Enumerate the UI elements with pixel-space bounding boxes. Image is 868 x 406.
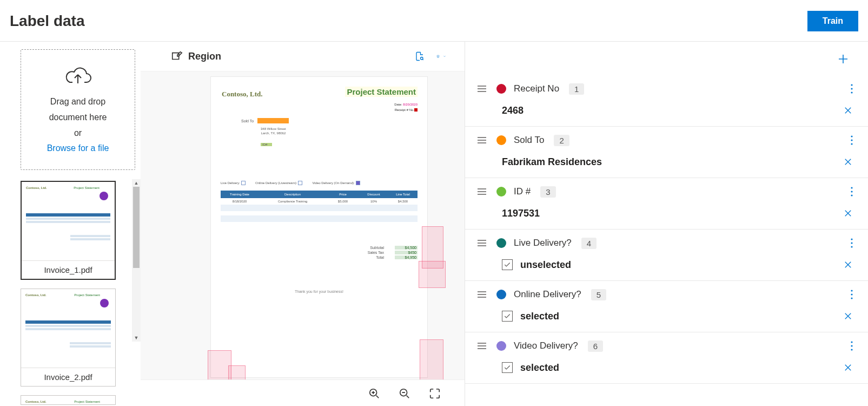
canvas-panel: Region Contoso, Ltd. Project Statement D… [141, 42, 465, 406]
drag-handle[interactable] [475, 83, 489, 95]
close-icon [843, 363, 853, 372]
label-color-dot [496, 290, 506, 299]
svg-point-20 [851, 349, 852, 350]
labels-panel: Receipt No 1 2468 Sold To 2 Fabrikam Res… [465, 42, 868, 406]
svg-point-15 [851, 290, 852, 291]
add-label-button[interactable] [834, 50, 852, 68]
thumb-scrollbar[interactable]: ▲ ▼ [132, 179, 141, 342]
label-value: selected [520, 311, 559, 322]
drag-icon [477, 342, 487, 350]
train-button[interactable]: Train [807, 11, 858, 31]
label-more-button[interactable] [849, 236, 855, 250]
drag-icon [477, 239, 487, 247]
region-box[interactable] [420, 339, 443, 383]
svg-point-13 [851, 242, 852, 244]
region-box[interactable] [419, 261, 446, 288]
svg-point-6 [851, 135, 852, 137]
close-icon [843, 208, 853, 218]
drag-icon [477, 291, 487, 298]
zoom-in-icon [368, 388, 380, 400]
checkbox-icon [502, 362, 513, 373]
label-color-dot [496, 187, 506, 197]
scroll-up-arrow[interactable]: ▲ [132, 179, 141, 187]
dropzone-text-2: document here [30, 110, 126, 126]
svg-point-16 [851, 293, 852, 295]
drag-icon [477, 188, 487, 195]
layers-button[interactable] [434, 49, 448, 63]
label-color-dot [496, 135, 506, 145]
label-item: Live Delivery? 4 unselected [465, 230, 868, 281]
scroll-thumb[interactable] [133, 187, 140, 268]
drag-handle[interactable] [475, 340, 489, 352]
label-color-dot [496, 238, 506, 248]
doc-address: 348 Willow StreetLarch, TX, 98062 [261, 127, 286, 136]
label-value: 1197531 [502, 208, 540, 219]
svg-point-18 [851, 341, 852, 343]
region-icon [171, 50, 183, 62]
label-name: Receipt No [514, 83, 559, 94]
zoom-out-icon [399, 388, 410, 400]
document-thumbnail[interactable]: Contoso, Ltd.Project Statement [21, 395, 116, 405]
svg-point-11 [851, 194, 852, 196]
close-icon [843, 260, 853, 270]
labels-header [465, 42, 868, 75]
close-icon [843, 106, 853, 115]
drag-handle[interactable] [475, 289, 489, 300]
drag-handle[interactable] [475, 134, 489, 146]
scroll-down-arrow[interactable]: ▼ [132, 334, 141, 342]
label-item: Online Delivery? 5 selected [465, 281, 868, 332]
zoom-bar [141, 379, 465, 406]
doc-soldto-label: Sold To [241, 119, 254, 123]
doc-table-row: 8/18/2020Compliance Training$5,00010%$4,… [221, 198, 418, 205]
svg-point-5 [851, 91, 852, 93]
document-thumbnail[interactable]: Contoso, Ltd. Project Statement Invoice_… [21, 289, 116, 387]
region-label: Region [188, 51, 221, 62]
region-tool[interactable]: Region [171, 50, 221, 62]
label-remove-button[interactable] [841, 361, 855, 375]
more-vertical-icon [851, 135, 853, 145]
label-more-button[interactable] [849, 82, 855, 96]
drag-handle[interactable] [475, 186, 489, 198]
thumb-preview: Contoso, Ltd. Project Statement [22, 182, 115, 261]
browse-link[interactable]: Browse for a file [47, 143, 109, 153]
label-index-badge: 3 [540, 186, 555, 198]
document-preview: Contoso, Ltd. Project Statement Date: 8/… [211, 77, 427, 377]
status-dot [100, 192, 108, 200]
more-vertical-icon [851, 341, 853, 351]
more-vertical-icon [851, 84, 853, 94]
canvas-area[interactable]: Contoso, Ltd. Project Statement Date: 8/… [141, 71, 465, 406]
fit-icon [429, 388, 441, 400]
fit-button[interactable] [427, 385, 443, 402]
svg-point-8 [851, 143, 852, 145]
documents-panel: Drag and drop document here or Browse fo… [0, 42, 141, 406]
svg-point-3 [851, 84, 852, 86]
label-remove-button[interactable] [841, 258, 855, 272]
document-thumbnail[interactable]: Contoso, Ltd. Project Statement Invoice_… [21, 181, 116, 280]
label-more-button[interactable] [849, 185, 855, 199]
close-icon [843, 157, 853, 167]
dropzone-text-3: or [30, 126, 126, 141]
label-remove-button[interactable] [841, 103, 855, 117]
analyze-button[interactable] [413, 49, 427, 63]
close-icon [843, 311, 853, 321]
doc-table-row-empty [221, 215, 418, 222]
doc-company: Contoso, Ltd. [222, 90, 263, 99]
svg-point-4 [851, 88, 852, 89]
zoom-in-button[interactable] [366, 385, 382, 402]
label-more-button[interactable] [849, 339, 855, 353]
drag-handle[interactable] [475, 237, 489, 249]
cloud-upload-icon [64, 66, 92, 88]
label-item: Video Delivery? 6 selected [465, 332, 868, 384]
label-more-button[interactable] [849, 133, 855, 147]
label-value: unselected [520, 259, 571, 271]
svg-point-9 [851, 187, 852, 188]
label-value: selected [520, 362, 559, 374]
label-remove-button[interactable] [841, 206, 855, 220]
dropzone[interactable]: Drag and drop document here or Browse fo… [21, 49, 135, 170]
dropzone-text-1: Drag and drop [30, 94, 126, 110]
label-more-button[interactable] [849, 287, 855, 302]
zoom-out-button[interactable] [396, 385, 413, 402]
label-remove-button[interactable] [841, 155, 855, 169]
label-name: Online Delivery? [514, 289, 581, 300]
label-remove-button[interactable] [841, 309, 855, 323]
